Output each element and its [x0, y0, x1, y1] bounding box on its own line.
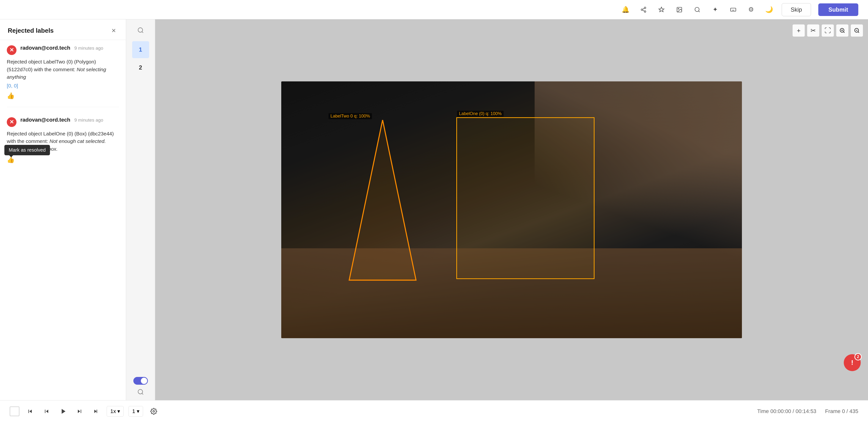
frame-total: 435 — [849, 408, 858, 414]
label-two-text: LabelTwo 0 q: 100% — [329, 113, 372, 119]
time-separator: / — [793, 408, 796, 414]
zoom-out-button[interactable] — [850, 24, 863, 37]
moon-icon[interactable]: 🌙 — [764, 4, 774, 15]
play-button[interactable] — [57, 405, 69, 417]
next-frame-button[interactable] — [74, 405, 85, 417]
frame-selector[interactable]: 1 ▾ — [128, 406, 143, 417]
rejection-item-2: ✕ radovan@cord.tech 9 minutes ago Reject… — [7, 117, 119, 171]
image-container: LabelTwo 0 q: 100% LabelOne (0) q: 100% — [281, 82, 742, 338]
zoom-icon[interactable] — [692, 4, 703, 15]
speed-value: 1x — [110, 408, 116, 415]
svg-line-8 — [699, 11, 700, 12]
top-toolbar: 🔔 ✦ ⚙ 🌙 Skip Submit — [0, 0, 868, 20]
svg-line-26 — [858, 32, 859, 33]
panel-header: Rejected labels — [0, 20, 126, 40]
notification-icon[interactable]: 🔔 — [620, 4, 631, 15]
mark-as-resolved-tooltip: Mark as resolved — [4, 145, 50, 155]
canvas-area: + ✂ ⛶ — [155, 20, 868, 400]
item-actions-1: 👍 — [7, 92, 119, 100]
frame-checkbox[interactable] — [10, 407, 20, 416]
svg-point-1 — [641, 9, 643, 10]
rejected-labels-panel: Rejected labels ✕ radovan@cord.tech 9 mi… — [0, 20, 126, 400]
tooltip-container: Mark as resolved 👍 — [7, 156, 14, 164]
item-time-2: 9 minutes ago — [74, 118, 103, 123]
svg-point-6 — [678, 8, 679, 9]
cut-tool-button[interactable]: ✂ — [807, 24, 819, 37]
svg-point-0 — [644, 7, 646, 9]
item-header-1: ✕ radovan@cord.tech 9 minutes ago — [7, 45, 119, 55]
zoom-in-button[interactable] — [836, 24, 848, 37]
content-area: Rejected labels ✕ radovan@cord.tech 9 mi… — [0, 20, 868, 400]
thumb-up-1[interactable]: 👍 — [7, 92, 14, 100]
reject-icon-1: ✕ — [7, 45, 17, 55]
keyboard-icon[interactable] — [728, 4, 739, 15]
label-one-text: LabelOne (0) q: 100% — [457, 111, 504, 117]
frame-label-display: Frame — [825, 408, 842, 414]
bottom-bar: 1x ▾ 1 ▾ Time 00:00:00 / 00:14:53 Frame … — [0, 400, 868, 422]
svg-line-20 — [142, 393, 143, 394]
skip-to-end-button[interactable] — [90, 405, 102, 417]
skip-button[interactable]: Skip — [782, 3, 811, 16]
settings-icon[interactable]: ⚙ — [746, 4, 756, 15]
toggle-switch[interactable] — [133, 377, 148, 385]
skip-to-start-button[interactable] — [24, 405, 36, 417]
error-badge[interactable]: ! 2 — [844, 354, 861, 371]
frame-num-1[interactable]: 1 — [132, 41, 149, 58]
item-header-2: ✕ radovan@cord.tech 9 minutes ago — [7, 117, 119, 127]
svg-point-7 — [695, 7, 699, 11]
speed-selector[interactable]: 1x ▾ — [107, 406, 124, 417]
frame-current: 0 — [842, 408, 845, 414]
svg-point-17 — [138, 28, 143, 32]
image-icon[interactable] — [674, 4, 685, 15]
mid-sidebar: 1 2 — [126, 20, 155, 400]
panel-content: ✕ radovan@cord.tech 9 minutes ago Reject… — [0, 40, 126, 400]
frame-chevron: ▾ — [137, 408, 140, 415]
item-meta-1: radovan@cord.tech 9 minutes ago — [20, 45, 119, 51]
panel-title: Rejected labels — [8, 27, 54, 34]
item-description-1: Rejected object LabelTwo (0) (Polygon) (… — [7, 58, 119, 81]
svg-line-22 — [843, 32, 844, 33]
time-total: 00:14:53 — [796, 408, 816, 414]
close-panel-button[interactable] — [110, 26, 118, 35]
error-count: 2 — [855, 353, 862, 360]
item-user-1: radovan@cord.tech — [20, 45, 70, 51]
bbox-label-one: LabelOne (0) q: 100% — [456, 117, 594, 279]
item-time-1: 9 minutes ago — [74, 45, 103, 51]
pin-icon[interactable] — [656, 4, 667, 15]
svg-line-18 — [142, 32, 143, 33]
expand-button[interactable]: ⛶ — [822, 24, 834, 37]
zoom-controls: + ✂ ⛶ — [792, 24, 863, 37]
item-meta-2: radovan@cord.tech 9 minutes ago — [20, 117, 119, 123]
svg-marker-28 — [349, 120, 416, 280]
annotation-image: LabelTwo 0 q: 100% LabelOne (0) q: 100% — [281, 82, 742, 338]
app-container: 🔔 ✦ ⚙ 🌙 Skip Submit Rejected labels — [0, 0, 868, 422]
time-label: Time — [757, 408, 770, 414]
item-coords-1[interactable]: [0, 0] — [7, 83, 119, 89]
bbox-label-two: LabelTwo 0 q: 100% — [327, 120, 438, 287]
error-icon: ! — [851, 359, 853, 366]
frame-total-sep: / — [846, 408, 849, 414]
frame-num-2[interactable]: 2 — [132, 59, 149, 76]
rejection-item-1: ✕ radovan@cord.tech 9 minutes ago Reject… — [7, 45, 119, 107]
svg-point-29 — [153, 410, 154, 412]
prev-frame-button[interactable] — [41, 405, 52, 417]
submit-button[interactable]: Submit — [818, 3, 858, 16]
time-current: 00:00:00 — [770, 408, 791, 414]
search-mid-icon[interactable] — [134, 24, 147, 36]
speed-chevron: ▾ — [117, 408, 120, 415]
frame-value: 1 — [132, 408, 135, 415]
svg-rect-9 — [731, 8, 736, 11]
share-icon[interactable] — [638, 4, 649, 15]
svg-point-19 — [138, 390, 143, 394]
sun-icon[interactable]: ✦ — [710, 4, 721, 15]
svg-point-2 — [644, 11, 646, 12]
svg-line-3 — [643, 10, 644, 11]
time-frame-display: Time 00:00:00 / 00:14:53 Frame 0 / 435 — [757, 408, 858, 415]
playback-settings-icon[interactable] — [148, 405, 159, 417]
svg-line-4 — [643, 8, 644, 9]
item-user-2: radovan@cord.tech — [20, 117, 70, 123]
item-actions-2: Mark as resolved 👍 — [7, 156, 119, 164]
zoom-plus-button[interactable]: + — [792, 24, 805, 37]
reject-icon-2: ✕ — [7, 117, 17, 127]
